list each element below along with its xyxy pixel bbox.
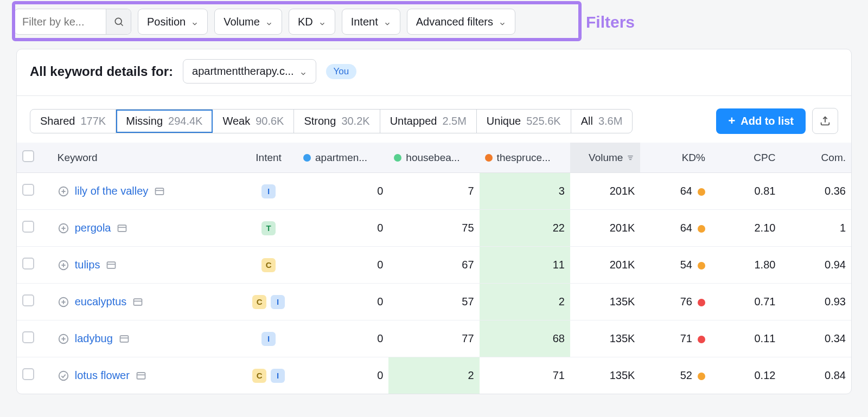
- filter-volume-label: Volume: [224, 16, 260, 28]
- expand-icon[interactable]: [58, 296, 69, 308]
- filter-intent[interactable]: Intent: [342, 9, 400, 35]
- volume-value: 201K: [570, 247, 641, 284]
- kd-value: 71: [640, 320, 711, 357]
- tab-all[interactable]: All 3.6M: [571, 110, 633, 133]
- tab-strong[interactable]: Strong 30.2K: [294, 110, 380, 133]
- filter-position[interactable]: Position: [138, 9, 208, 35]
- tab-label: Shared: [40, 115, 75, 127]
- row-checkbox[interactable]: [22, 258, 34, 270]
- keyword-link[interactable]: eucalyptus: [75, 296, 127, 308]
- comp2-value: 77: [388, 320, 479, 357]
- svg-rect-18: [107, 262, 116, 268]
- svg-rect-31: [137, 373, 145, 379]
- filter-advanced[interactable]: Advanced filters: [407, 9, 515, 35]
- row-checkbox[interactable]: [22, 184, 34, 196]
- tab-label: Weak: [222, 115, 250, 127]
- add-to-list-label: Add to list: [741, 115, 794, 127]
- serp-icon[interactable]: [132, 296, 144, 308]
- domain-select[interactable]: apartmenttherapy.c...: [183, 59, 316, 84]
- col-keyword[interactable]: Keyword: [52, 143, 239, 173]
- serp-icon[interactable]: [105, 259, 117, 271]
- intent-cell: C: [245, 258, 292, 272]
- you-badge: You: [326, 64, 357, 79]
- comp1-value: 0: [298, 247, 388, 284]
- comp2-value: 75: [388, 210, 479, 247]
- com-value: 1: [781, 210, 851, 247]
- comp2-value: 7: [388, 173, 479, 210]
- col-cpc[interactable]: CPC: [711, 143, 781, 173]
- add-to-list-button[interactable]: + Add to list: [716, 108, 806, 134]
- intent-badge-I: I: [261, 332, 276, 346]
- col-kd[interactable]: KD%: [640, 143, 711, 173]
- col-competitor-3[interactable]: thespruce...: [480, 143, 570, 173]
- keyword-category-tabs: Shared 177KMissing 294.4KWeak 90.6KStron…: [30, 109, 633, 133]
- expand-icon[interactable]: [58, 222, 69, 234]
- tab-shared[interactable]: Shared 177K: [30, 110, 116, 133]
- intent-badge-C: C: [261, 258, 276, 272]
- svg-point-0: [115, 18, 122, 24]
- expand-icon[interactable]: [58, 333, 69, 345]
- domain-selected-label: apartmenttherapy.c...: [192, 65, 294, 78]
- kd-value: 64: [640, 210, 711, 247]
- row-checkbox[interactable]: [22, 331, 34, 343]
- kd-value: 52: [640, 357, 711, 394]
- tab-count: 294.4K: [168, 115, 202, 127]
- tab-missing[interactable]: Missing 294.4K: [116, 110, 213, 133]
- comp2-value: 57: [388, 284, 479, 320]
- col-volume[interactable]: Volume: [570, 143, 641, 173]
- comp2-value: 67: [388, 247, 479, 284]
- row-checkbox[interactable]: [22, 221, 34, 233]
- serp-icon[interactable]: [116, 222, 128, 234]
- keyword-link[interactable]: lily of the valley: [75, 185, 149, 197]
- filter-keyword-search[interactable]: [14, 9, 131, 35]
- expand-icon[interactable]: [58, 259, 69, 271]
- cpc-value: 2.10: [711, 210, 781, 247]
- row-checkbox[interactable]: [22, 294, 34, 306]
- kd-value: 54: [640, 247, 711, 284]
- keyword-details-panel: All keyword details for: apartmenttherap…: [16, 49, 852, 394]
- table-row: lily of the valleyI073201K640.810.36: [17, 173, 851, 210]
- table-row: lotus flowerCI0271135K520.120.84: [17, 357, 851, 394]
- keyword-link[interactable]: tulips: [75, 259, 100, 271]
- serp-icon[interactable]: [135, 370, 147, 382]
- comp3-value: 22: [480, 210, 570, 247]
- col-competitor-2[interactable]: housebea...: [388, 143, 479, 173]
- chevron-down-icon: [191, 18, 199, 25]
- intent-cell: I: [245, 332, 292, 346]
- serp-icon[interactable]: [118, 333, 130, 345]
- svg-rect-28: [120, 336, 128, 342]
- search-icon[interactable]: [106, 9, 131, 34]
- tab-weak[interactable]: Weak 90.6K: [213, 110, 294, 133]
- tab-untapped[interactable]: Untapped 2.5M: [380, 110, 477, 133]
- panel-title: All keyword details for:: [30, 64, 173, 79]
- filter-keyword-input[interactable]: [15, 10, 100, 34]
- tab-count: 177K: [81, 115, 106, 127]
- col-competitor-1[interactable]: apartmen...: [298, 143, 388, 173]
- kd-dot: [698, 188, 705, 196]
- expand-icon[interactable]: [58, 185, 69, 197]
- filter-intent-label: Intent: [351, 16, 378, 28]
- intent-badge-I: I: [261, 184, 276, 198]
- col-intent[interactable]: Intent: [239, 143, 298, 173]
- table-row: pergolaT07522201K642.101: [17, 210, 851, 247]
- keyword-link[interactable]: lotus flower: [75, 369, 130, 382]
- filter-volume[interactable]: Volume: [214, 9, 282, 35]
- kd-dot: [698, 373, 705, 380]
- filter-kd[interactable]: KD: [289, 9, 335, 35]
- com-value: 0.94: [781, 247, 851, 284]
- intent-cell: CI: [245, 295, 292, 309]
- serp-icon[interactable]: [154, 185, 165, 197]
- tab-unique[interactable]: Unique 525.6K: [477, 110, 571, 133]
- export-button[interactable]: [812, 108, 838, 134]
- col-com[interactable]: Com.: [781, 143, 851, 173]
- select-all-checkbox[interactable]: [22, 150, 34, 162]
- intent-cell: I: [245, 184, 292, 198]
- keyword-link[interactable]: pergola: [75, 222, 111, 234]
- row-checkbox[interactable]: [22, 368, 34, 380]
- svg-rect-13: [118, 225, 126, 232]
- sort-desc-icon: [623, 152, 635, 163]
- com-value: 0.84: [781, 357, 851, 394]
- keyword-link[interactable]: ladybug: [75, 332, 113, 345]
- comp3-value: 68: [480, 320, 570, 357]
- expand-icon[interactable]: [58, 370, 69, 382]
